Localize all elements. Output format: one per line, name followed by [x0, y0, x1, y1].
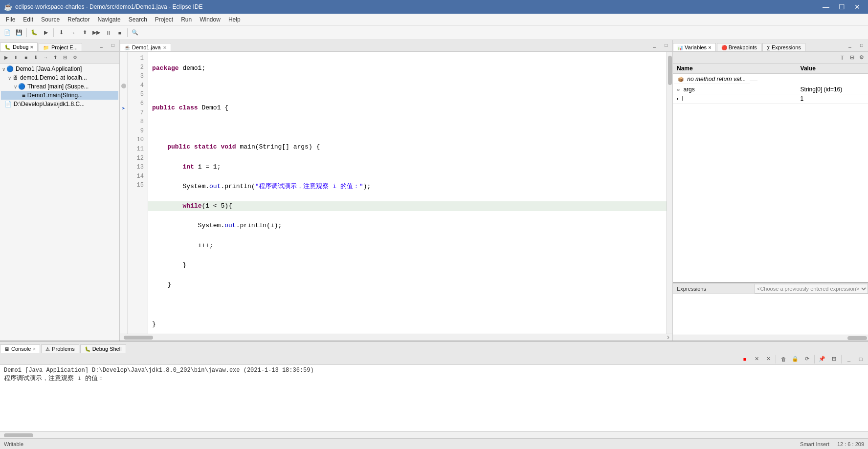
jdk-icon: 📄 — [4, 101, 12, 107]
status-writable: Writable — [4, 441, 23, 447]
tree-item-demo1-stack[interactable]: ≡ Demo1.main(String... — [1, 91, 118, 100]
run-button[interactable]: ▶ — [41, 27, 51, 38]
debug-panel-toolbar: ▶ ⏸ ■ ⬇ → ⬆ ⊟ ⚙ — [0, 52, 119, 64]
problems-tab[interactable]: ⚠ Problems — [41, 344, 79, 353]
tree-label-demo1-app: Demo1 [Java Application] — [16, 65, 82, 72]
right-panel-tab-bar: 📊 Variables × 🔴 Breakpoints ∑ Expression… — [673, 40, 868, 52]
tree-item-jdk[interactable]: 📄 D:\Develop\Java\jdk1.8.C... — [1, 100, 118, 108]
close-editor-tab-icon[interactable]: ✕ — [163, 45, 167, 50]
breakpoints-tab[interactable]: 🔴 Breakpoints — [717, 43, 761, 51]
problems-icon: ⚠ — [45, 346, 50, 352]
menu-search[interactable]: Search — [125, 15, 151, 24]
disconnect-button[interactable]: ✕ — [751, 354, 762, 364]
bp-line-10 — [120, 120, 127, 128]
var-settings-button[interactable]: ⚙ — [857, 53, 866, 62]
console-content: Demo1 [Java Application] D:\Develop\Java… — [0, 365, 868, 431]
var-row-i[interactable]: • i 1 — [673, 94, 868, 104]
editor-scroll-thumb[interactable] — [668, 56, 672, 85]
args-icon: ○ — [677, 87, 680, 92]
expressions-header-label: Expressions — [673, 286, 710, 292]
right-panel-hscrollbar[interactable] — [673, 335, 868, 341]
minimize-editor-button[interactable]: _ — [649, 40, 660, 50]
scroll-right-arrow[interactable]: › — [664, 333, 672, 341]
step-into-button[interactable]: ⬇ — [56, 27, 67, 38]
remove-launch-button[interactable]: ✕ — [763, 354, 774, 364]
new-button[interactable]: 📄 — [2, 27, 13, 38]
pin-console-button[interactable]: 📌 — [817, 354, 827, 364]
var-row-no-method[interactable]: 📦 no method return val... — [673, 74, 797, 85]
debug-tab[interactable]: 🐛 Debug × — [0, 43, 38, 51]
scroll-lock-button[interactable]: 🔒 — [790, 354, 801, 364]
clear-console-button[interactable]: 🗑 — [778, 354, 789, 364]
menu-run[interactable]: Run — [177, 15, 196, 24]
minimize-right-panel-button[interactable]: _ — [845, 40, 855, 50]
maximize-panel-button[interactable]: □ — [108, 40, 118, 50]
editor-hscroll-thumb[interactable] — [124, 336, 153, 340]
editor-tab-bar: ☕ Demo1.java ✕ _ □ — [120, 40, 672, 52]
console-tab[interactable]: 🖥 Console × — [0, 344, 40, 353]
right-hscroll-thumb[interactable] — [847, 336, 867, 340]
maximize-right-panel-button[interactable]: □ — [856, 40, 867, 50]
resume-button[interactable]: ▶▶ — [91, 27, 102, 38]
console-hscrollbar[interactable] — [0, 431, 868, 438]
close-button[interactable]: ✕ — [850, 2, 864, 12]
step-over-small-button[interactable]: → — [41, 53, 50, 62]
minimize-panel-button[interactable]: _ — [96, 40, 107, 50]
bp-line-5 — [120, 82, 127, 90]
collapse-all-button[interactable]: ⊟ — [61, 53, 69, 62]
tree-item-demo1-main[interactable]: ∨ 🖥 demo1.Demo1 at localh... — [1, 73, 118, 82]
status-position: 12 : 6 : 209 — [837, 441, 864, 447]
menu-help[interactable]: Help — [224, 15, 245, 24]
step-return-button[interactable]: ⬆ — [79, 27, 90, 38]
tree-item-demo1-app[interactable]: ∨ 🔵 Demo1 [Java Application] — [1, 64, 118, 73]
maximize-bottom-button[interactable]: □ — [855, 354, 866, 364]
save-button[interactable]: 💾 — [14, 27, 24, 38]
step-over-button[interactable]: → — [67, 27, 78, 38]
properties-button[interactable]: ⚙ — [70, 53, 79, 62]
demo1-java-tab[interactable]: ☕ Demo1.java ✕ — [120, 43, 171, 51]
eclipse-icon: ☕ — [4, 3, 12, 11]
menu-edit[interactable]: Edit — [19, 15, 37, 24]
debug-shell-tab[interactable]: 🐛 Debug Shell — [80, 344, 126, 353]
menu-navigate[interactable]: Navigate — [93, 15, 124, 24]
close-console-tab-icon[interactable]: × — [33, 346, 36, 352]
project-explorer-tab[interactable]: 📁 Project E... — [39, 43, 82, 51]
debug-button[interactable]: 🐛 — [29, 27, 40, 38]
menu-window[interactable]: Window — [196, 15, 224, 24]
breakpoint-gutter: ➤ — [120, 52, 128, 334]
code-content[interactable]: package demo1; public class Demo1 { publ… — [148, 52, 672, 334]
terminate-button[interactable]: ■ — [114, 27, 125, 38]
word-wrap-button[interactable]: ⟳ — [801, 354, 812, 364]
open-console-button[interactable]: ⊞ — [828, 354, 839, 364]
maximize-editor-button[interactable]: □ — [661, 40, 671, 50]
step-return-small-button[interactable]: ⬆ — [51, 53, 60, 62]
suspend-button[interactable]: ⏸ — [103, 27, 113, 38]
expressions-dropdown[interactable]: <Choose a previously entered expression> — [755, 284, 868, 294]
terminate-console-button[interactable]: ■ — [739, 354, 750, 364]
terminate-debug-button[interactable]: ■ — [22, 53, 30, 62]
code-editor[interactable]: ➤ 1 2 3 4 5 6 7 — [120, 52, 672, 334]
step-into-small-button[interactable]: ⬇ — [31, 53, 40, 62]
tree-arrow: ∨ — [8, 75, 11, 81]
tree-item-thread-main[interactable]: ∨ 🔵 Thread [main] (Suspe... — [1, 82, 118, 91]
var-row-args[interactable]: ○ args String[0] (id=16) — [673, 85, 868, 94]
variables-tab[interactable]: 📊 Variables × — [673, 43, 716, 51]
resume-debug-button[interactable]: ▶ — [2, 53, 11, 62]
expressions-tab[interactable]: ∑ Expressions — [762, 43, 805, 51]
menu-source[interactable]: Source — [37, 15, 64, 24]
collapse-vars-button[interactable]: ⊟ — [847, 53, 856, 62]
editor-hscrollbar[interactable]: › — [120, 334, 672, 341]
code-line-14: } — [152, 320, 668, 329]
console-hscroll-thumb[interactable] — [4, 433, 33, 437]
show-type-button[interactable]: T — [838, 53, 846, 62]
suspend-debug-button[interactable]: ⏸ — [12, 53, 21, 62]
minimize-button[interactable]: — — [819, 2, 833, 12]
menu-refactor[interactable]: Refactor — [64, 15, 93, 24]
search-button[interactable]: 🔍 — [130, 27, 140, 38]
menu-file[interactable]: File — [2, 15, 19, 24]
bp-line-14 — [120, 150, 127, 158]
maximize-button[interactable]: ☐ — [835, 2, 848, 12]
menu-project[interactable]: Project — [151, 15, 177, 24]
minimize-bottom-button[interactable]: _ — [844, 354, 854, 364]
editor-scrollbar[interactable] — [667, 52, 672, 334]
